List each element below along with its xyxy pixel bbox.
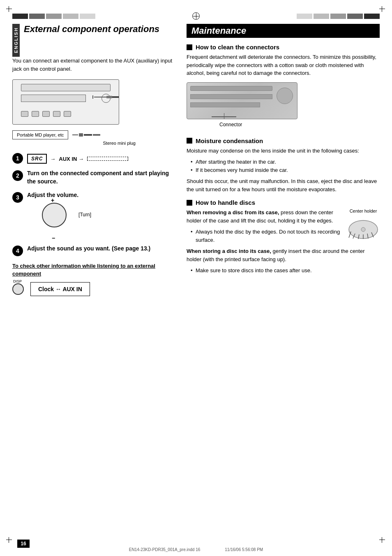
reg-block-2	[29, 14, 45, 19]
disp-button-container: DISP	[12, 283, 24, 295]
moisture-intro: Moisture may condense on the lens inside…	[187, 147, 380, 155]
step-4-text: Adjust the sound as you want. (See page …	[27, 245, 177, 253]
left-section-header: ENGLISH External component operations	[12, 24, 177, 57]
reg-block-4	[63, 14, 78, 19]
disp-circle-button	[12, 283, 24, 295]
storing-disc-text: When storing a disc into its case, gentl…	[187, 247, 380, 263]
step-3: 3 Adjust the volume. + − [Turn]	[12, 191, 177, 239]
aux-in-label: AUX IN →	[59, 156, 84, 162]
knob-minus-label: −	[52, 235, 55, 241]
corner-mark-tr	[379, 6, 386, 13]
step-4: 4 Adjust the sound as you want. (See pag…	[12, 245, 177, 256]
device-diagram: Portable MD player, etc Stereo mini plug	[12, 79, 144, 146]
device-btn-3	[42, 111, 50, 117]
step-2-circle: 2	[12, 170, 23, 181]
left-section-title: External component operations	[24, 24, 159, 35]
src-row: SRC → AUX IN →	[27, 154, 177, 164]
english-sidebar-label: ENGLISH	[12, 24, 20, 57]
clean-connectors-text: Frequent detachment will deteriorate the…	[187, 53, 380, 77]
reg-block-10	[364, 14, 380, 19]
page-number: 16	[17, 540, 30, 548]
device-body	[12, 79, 119, 125]
volume-knob	[42, 203, 67, 227]
right-reg-marks	[297, 14, 380, 19]
subsection-moisture-title: Moisture condensation	[196, 137, 263, 144]
subsection-clean-title: How to clean the connectors	[196, 44, 279, 51]
reg-block-9	[347, 14, 363, 19]
black-square-icon-1	[187, 44, 192, 50]
black-square-icon-3	[187, 200, 192, 206]
disc-bullet-1-list: Always hold the disc by the edges. Do no…	[187, 228, 380, 244]
connector-image-area: Connector	[187, 82, 380, 127]
step-2-content: Turn on the connected component and star…	[27, 169, 177, 185]
right-column: Maintenance How to clean the connectors …	[187, 24, 380, 296]
src-button: SRC	[27, 154, 47, 164]
step-3-circle: 3	[12, 192, 23, 203]
reg-block-7	[314, 14, 329, 19]
aux-in-dashed-box	[87, 157, 128, 161]
check-section: To check other information while listeni…	[12, 262, 177, 296]
step-1-content: SRC → AUX IN →	[27, 152, 177, 164]
step-4-content: Adjust the sound as you want. (See page …	[27, 245, 177, 253]
subsection-clean-header: How to clean the connectors	[187, 44, 380, 51]
device-btn-2	[32, 111, 39, 117]
black-square-icon-2	[187, 138, 192, 144]
disp-label: DISP	[13, 279, 22, 283]
connector-device-image	[187, 82, 297, 119]
step-1: 1 SRC → AUX IN →	[12, 152, 177, 164]
moisture-bullet-2: If it becomes very humid inside the car.	[191, 166, 380, 174]
clock-aux-box: Clock ↔ AUX IN	[30, 282, 90, 296]
arrow-right-icon: →	[50, 156, 55, 162]
left-reg-marks	[12, 14, 95, 19]
device-buttons-row	[21, 111, 71, 117]
disc-bullet-2-list: Make sure to store discs into the cases …	[187, 266, 380, 275]
step-2: 2 Turn on the connected component and st…	[12, 169, 177, 185]
moisture-after-text: Should this occur, the unit may malfunct…	[187, 177, 380, 193]
corner-mark-tl	[6, 6, 13, 13]
disc-bullet-2: Make sure to store discs into the cases …	[191, 266, 380, 275]
subsection-moisture-header: Moisture condensation	[187, 137, 380, 144]
step-2-text: Turn on the connected component and star…	[27, 169, 177, 185]
device-btn-5	[64, 111, 71, 117]
right-section-title: Maintenance	[187, 24, 380, 38]
intro-text: You can connect an external component to…	[12, 57, 177, 73]
volume-knob-container: + − [Turn]	[42, 203, 75, 236]
page: ENGLISH External component operations Yo…	[0, 0, 392, 556]
reg-block-3	[46, 14, 62, 19]
step-4-circle: 4	[12, 246, 23, 256]
device-btn-4	[53, 111, 60, 117]
footer-file-right: 11/16/06 5:56:08 PM	[225, 547, 263, 552]
footer-file-left: EN14-23KD-PDR35_001A_pre.indd 16	[129, 547, 200, 552]
disp-row: DISP Clock ↔ AUX IN	[12, 282, 177, 296]
stereo-mini-plug-label: Stereo mini plug	[12, 141, 144, 146]
turn-label: [Turn]	[78, 212, 91, 218]
device-slot-middle	[21, 95, 86, 102]
portable-label: Portable MD player, etc	[12, 130, 68, 139]
center-crosshair	[192, 12, 200, 20]
subsection-discs-title: How to handle discs	[196, 199, 255, 206]
step-1-circle: 1	[12, 153, 23, 164]
moisture-bullets: After starting the heater in the car. If…	[187, 158, 380, 174]
disc-handling-content: Center holder When re	[187, 208, 380, 275]
storing-bold: When storing a disc into its case,	[187, 248, 271, 254]
main-columns: ENGLISH External component operations Yo…	[12, 24, 380, 296]
left-section-title-wrapper: External component operations	[24, 24, 159, 39]
connector-image-label: Connector	[219, 122, 380, 127]
reg-block-1	[12, 14, 28, 19]
moisture-bullet-1: After starting the heater in the car.	[191, 158, 380, 166]
reg-block-5	[80, 14, 95, 19]
center-holder-label: Center holder	[347, 208, 380, 213]
corner-mark-br	[379, 537, 386, 544]
check-heading: To check other information while listeni…	[12, 262, 177, 278]
disc-bullet-1: Always hold the disc by the edges. Do no…	[191, 228, 380, 244]
corner-mark-bl	[6, 537, 13, 544]
subsection-discs-header: How to handle discs	[187, 199, 380, 206]
reg-block-6	[297, 14, 312, 19]
device-btn-1	[21, 111, 28, 117]
top-registration-bar	[12, 12, 380, 20]
reg-block-8	[330, 14, 346, 19]
device-slot-top	[21, 84, 111, 91]
step-3-content: Adjust the volume. + − [Turn]	[27, 191, 177, 239]
step-3-text: Adjust the volume.	[27, 191, 177, 199]
footer: EN14-23KD-PDR35_001A_pre.indd 16 11/16/0…	[129, 547, 263, 552]
